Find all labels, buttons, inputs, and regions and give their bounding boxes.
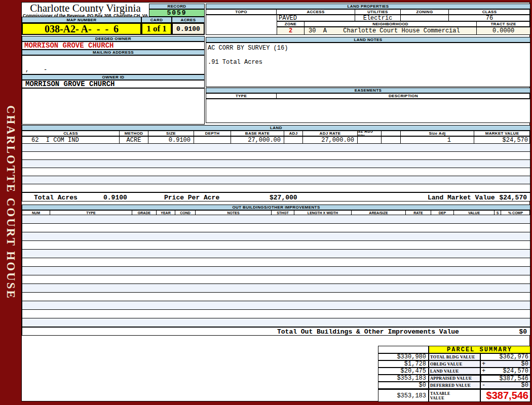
summary-row-deferred: $0 DEFERRED VALUE - $0 (378, 382, 530, 389)
zone-col-header: ZONE (277, 21, 305, 27)
ob-pct-comp-col-header: % COMP (501, 210, 530, 215)
land-properties-header: LAND PROPERTIES (206, 4, 530, 9)
card-header: CARD (141, 17, 172, 23)
land-row-market-value: $24,570 (474, 136, 530, 144)
ob-notes-col-header: NOTES (196, 210, 272, 215)
empty-table-row (22, 160, 530, 168)
empty-table-row (22, 168, 530, 176)
summary-sign: + (481, 360, 485, 368)
land-class-col-header: CLASS (22, 131, 120, 136)
empty-table-row (22, 241, 530, 250)
zone-neighborhood-headers: ZONE NEIGHBORHOOD TRACT SIZE (277, 21, 530, 27)
price-per-acre-label: Price Per Acre (164, 194, 219, 201)
out-buildings-column-headers: NUM TYPE GRADE YEAR COND NOTES STHGT LEN… (22, 210, 530, 215)
record-value: 5059 (149, 9, 205, 17)
topo-col-header: TOPO (206, 9, 277, 15)
land-depth-col-header: DEPTH (194, 131, 231, 136)
land-method-col-header: METHOD (120, 131, 148, 136)
ob-type-col-header: TYPE (50, 210, 132, 215)
total-acres-value: 0.9100 (103, 194, 127, 201)
empty-table-row (22, 250, 530, 258)
county-title: Charlotte County Virginia (22, 3, 149, 14)
easements-header: EASEMENTS (206, 88, 530, 93)
out-buildings-empty-rows (22, 215, 530, 327)
land-row-class: 62 I COM IND (22, 136, 120, 144)
empty-table-row (22, 310, 530, 318)
empty-table-row (22, 232, 530, 241)
deeded-owner-header: DEEDED OWNER (22, 36, 205, 42)
sidebar-vertical-banner: CHARLOTTE COURT HOUSE (0, 71, 21, 334)
out-buildings-total-value: $0 (519, 328, 527, 336)
land-size-adj-col-header: Size Adj (401, 131, 474, 136)
map-number-value: 038-A2- A- - - 6 (22, 23, 141, 35)
owner-id-header: OWNER ID (22, 74, 205, 80)
card-value: 1 of 1 (141, 23, 172, 35)
ob-rate-col-header: RATE (406, 210, 431, 215)
taxable-label-line2: VALUE (430, 396, 444, 400)
taxable-left-value: $353,183 (378, 389, 429, 402)
summary-value-cell: + $0 (480, 360, 530, 368)
acres-value: 0.9100 (172, 23, 205, 35)
empty-table-row (22, 284, 530, 293)
summary-left-value: $330,980 (378, 353, 429, 360)
summary-row-taxable: $353,183 TAXABLE VALUE $387,546 (378, 389, 530, 402)
map-number-header: MAP NUMBER (22, 17, 141, 23)
land-adj-rate-col-header: ADJ RATE (303, 131, 358, 136)
summary-value: $0 (485, 360, 528, 368)
summary-label: APPRAISED VALUE (429, 375, 480, 382)
land-base-rate-col-header: BASE RATE (231, 131, 284, 136)
summary-left-value: $0 (378, 382, 429, 389)
topo-value-box (206, 15, 277, 35)
access-value: PAVED (277, 15, 355, 21)
summary-label: DEFERRED VALUE (429, 382, 480, 389)
land-sz-adj-tbl-col-header: SZ ADJ TBL (358, 131, 382, 136)
empty-table-row (22, 184, 530, 192)
empty-table-row (22, 258, 530, 267)
ob-length-width-col-header: LENGTH X WIDTH (294, 210, 352, 215)
parcel-summary-title-row: PARCEL SUMMARY (378, 346, 530, 353)
total-acres-label: Total Acres (34, 194, 78, 201)
record-header: RECORD (149, 4, 205, 9)
ob-area-size-col-header: AREA/SIZE (352, 210, 406, 215)
summary-label: LAND VALUE (429, 368, 480, 375)
land-row-method: ACRE (120, 136, 148, 144)
summary-row-total-bldg: $330,980 TOTAL BLDG VALUE $362,976 (378, 353, 530, 360)
land-row-sz-adj-tbl (358, 136, 382, 144)
land-row-adj-rate: 27,000.00 (303, 136, 358, 144)
summary-label: TOTAL BLDG VALUE (429, 353, 480, 360)
parcel-summary-title: PARCEL SUMMARY (429, 346, 530, 353)
property-record-card: CHARLOTTE COURT HOUSE Charlotte County V… (0, 0, 532, 405)
easement-description-col-header: DESCRIPTION (277, 93, 530, 99)
summary-row-land-value: $20,475 LAND VALUE + $24,570 (378, 368, 530, 375)
land-market-value-total: $24,570 (499, 194, 527, 201)
summary-label: OBLDG VALUE (429, 360, 480, 368)
land-row-size-adj: 1 (401, 136, 474, 144)
ob-dep-col-header: DEP (431, 210, 454, 215)
land-market-value-label: Land Market Value (428, 194, 495, 201)
empty-table-row (22, 144, 530, 152)
summary-value-cell: $362,976 (480, 353, 530, 360)
summary-value: $387,546 (482, 375, 528, 382)
land-adj-col-header: ADJ (284, 131, 303, 136)
land-note-line-2: .91 Total Acres (208, 59, 262, 66)
summary-value: $362,976 (482, 353, 528, 360)
owner-empty-box (22, 88, 205, 125)
mailing-address-box: , - (22, 55, 205, 74)
land-totals-row: Total Acres 0.9100 Price Per Acre $27,00… (22, 192, 530, 201)
land-row-size: 0.9100 (148, 136, 194, 144)
empty-table-row (22, 293, 530, 301)
easement-type-col-header: TYPE (206, 93, 277, 99)
taxable-label-line1: TAXABLE (430, 391, 450, 396)
empty-table-row (22, 275, 530, 284)
price-per-acre-value: $27,000 (270, 194, 297, 201)
out-buildings-total-row: Total Out Buildings & Other Improvements… (22, 327, 530, 336)
summary-value-cell: + $24,570 (480, 368, 530, 375)
summary-row-obldg: $1,728 OBLDG VALUE + $0 (378, 360, 530, 368)
class-col-header: CLASS (449, 9, 530, 15)
ob-num-col-header: NUM (22, 210, 50, 215)
ob-cond-col-header: COND (175, 210, 196, 215)
access-col-header: ACCESS (277, 9, 355, 15)
sidebar-vertical-text: CHARLOTTE COURT HOUSE (4, 105, 17, 300)
land-section-header: LAND (22, 125, 530, 131)
land-properties-values: PAVED Electric 76 (277, 15, 530, 21)
